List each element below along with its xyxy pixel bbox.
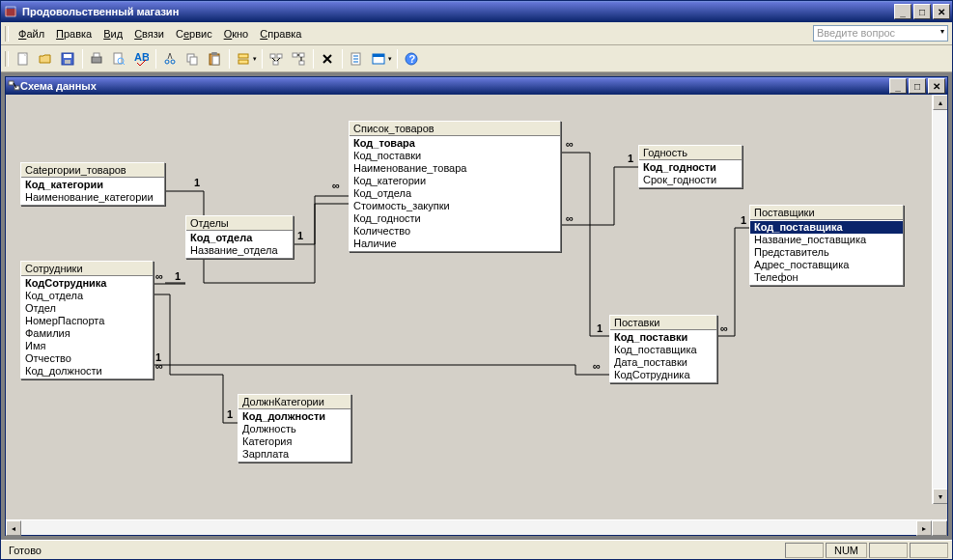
field[interactable]: КодСотрудника [21,277,153,290]
field[interactable]: Код_отдела [21,290,153,302]
clear-layout-icon[interactable] [317,48,338,70]
field[interactable]: Адрес_поставщика [750,259,903,271]
menu-file[interactable]: Файл [13,26,50,42]
table-title: Сотрудники [21,262,153,276]
show-table-icon[interactable] [233,48,254,70]
toolbar-grip[interactable] [5,51,9,67]
svg-rect-18 [211,52,217,55]
copy-icon[interactable] [182,48,203,70]
menu-relations[interactable]: Связи [128,26,170,42]
field[interactable]: Код_отдела [350,187,560,200]
field[interactable]: Название_отдела [186,244,293,257]
db-window-dropdown[interactable]: ▾ [388,55,392,63]
rel-one: 1 [741,214,746,226]
field[interactable]: Количество [350,225,560,238]
field[interactable]: Стоимость_закупки [350,200,560,212]
field[interactable]: Код_категории [350,175,560,187]
field[interactable]: Код_годности [350,212,560,225]
help-icon[interactable]: ? [401,48,422,70]
schema-canvas[interactable]: 1 ∞ 1 ∞ 1 1 ∞ ∞ 1 ∞ 1 ∞ 1 1 ∞ Catергории… [6,95,947,519]
field[interactable]: Код_товара [350,137,560,150]
rel-one: 1 [155,351,161,363]
field[interactable]: Наименование_категории [21,191,164,204]
window-buttons: _ □ ✕ [892,4,950,19]
minimize-button[interactable]: _ [894,4,911,19]
preview-icon[interactable] [108,48,129,70]
table-employees[interactable]: Сотрудники КодСотрудника Код_отдела Отде… [20,261,154,379]
paste-icon[interactable] [204,48,225,70]
scroll-left-icon[interactable]: ◂ [6,520,21,536]
open-icon[interactable] [35,48,56,70]
question-input[interactable]: Введите вопрос▾ [813,25,948,42]
field[interactable]: Код_поставщика [610,344,716,356]
relationships-icon[interactable] [266,48,287,70]
field[interactable]: Имя [21,340,153,352]
menu-help[interactable]: Справка [254,26,307,42]
title-bar[interactable]: Продовольственный магазин _ □ ✕ [1,1,952,22]
spell-icon[interactable]: ABC [130,48,152,70]
table-categories[interactable]: Catергории_товаров Код_категории Наимено… [20,162,165,206]
properties-icon[interactable] [346,48,367,70]
menu-edit[interactable]: Правка [50,26,98,42]
field[interactable]: Наличие [350,238,560,250]
field[interactable]: Код_поставки [610,331,716,344]
status-bar: Готово NUM [1,540,952,559]
print-icon[interactable] [86,48,107,70]
scroll-down-icon[interactable]: ▾ [933,489,947,504]
table-positions[interactable]: ДолжнКатегории Код_должности Должность К… [238,394,351,462]
schema-icon [8,79,20,94]
rel-many: ∞ [593,360,601,372]
menu-grip[interactable] [5,26,9,42]
field[interactable]: Код_отдела [186,232,293,244]
field[interactable]: Код_должности [21,365,153,378]
vertical-scrollbar[interactable]: ▴ ▾ [932,95,947,504]
field[interactable]: Зарплата [238,448,350,461]
child-minimize-button[interactable]: _ [889,78,907,94]
field[interactable]: Код_должности [238,410,350,423]
field[interactable]: Отдел [21,302,153,315]
field[interactable]: Срок_годности [639,174,742,186]
rel-one: 1 [297,230,303,241]
show-direct-icon[interactable] [288,48,309,70]
field[interactable]: Отчество [21,352,153,365]
field[interactable]: Код_поставки [350,150,560,162]
menu-window[interactable]: Окно [218,26,255,42]
field[interactable]: Должность [238,423,350,435]
close-button[interactable]: ✕ [933,4,950,19]
table-expiry[interactable]: Годность Код_годности Срок_годности [638,145,743,188]
scroll-right-icon[interactable]: ▸ [916,520,932,536]
table-departments[interactable]: Отделы Код_отдела Название_отдела [185,215,294,259]
field[interactable]: Дата_поставки [610,356,716,369]
field[interactable]: Категория [238,435,350,448]
db-window-icon[interactable] [368,48,389,70]
table-products[interactable]: Список_товаров Код_товара Код_поставки Н… [349,121,561,252]
child-close-button[interactable]: ✕ [928,78,945,94]
schema-title-bar[interactable]: Схема данных _ □ ✕ [6,77,947,95]
rel-many: ∞ [566,212,574,224]
new-icon[interactable] [13,48,34,70]
table-suppliers[interactable]: Поставщики Код_поставщика Название_поста… [749,205,904,286]
horizontal-scrollbar[interactable]: ◂ ▸ [6,519,947,535]
field[interactable]: Телефон [750,271,903,284]
field[interactable]: Фамилия [21,327,153,340]
menu-view[interactable]: Вид [98,26,128,42]
field[interactable]: Наименование_товара [350,162,560,175]
svg-point-12 [165,60,169,64]
field[interactable]: КодСотрудника [610,369,716,381]
field[interactable]: Код_категории [21,179,164,191]
schema-window[interactable]: Схема данных _ □ ✕ [5,76,948,536]
field[interactable]: Код_годности [639,161,742,174]
field[interactable]: Название_поставщика [750,234,903,246]
show-table-dropdown[interactable]: ▾ [253,55,257,63]
rel-many: ∞ [720,322,728,334]
cut-icon[interactable] [159,48,181,70]
menu-service[interactable]: Сервис [170,26,218,42]
table-deliveries[interactable]: Поставки Код_поставки Код_поставщика Дат… [609,315,717,383]
save-icon[interactable] [57,48,78,70]
field[interactable]: Код_поставщика [750,221,903,234]
maximize-button[interactable]: □ [913,4,931,19]
field[interactable]: НомерПаспорта [21,315,153,327]
field[interactable]: Представитель [750,246,903,259]
scroll-up-icon[interactable]: ▴ [933,95,947,110]
child-maximize-button[interactable]: □ [909,78,926,94]
